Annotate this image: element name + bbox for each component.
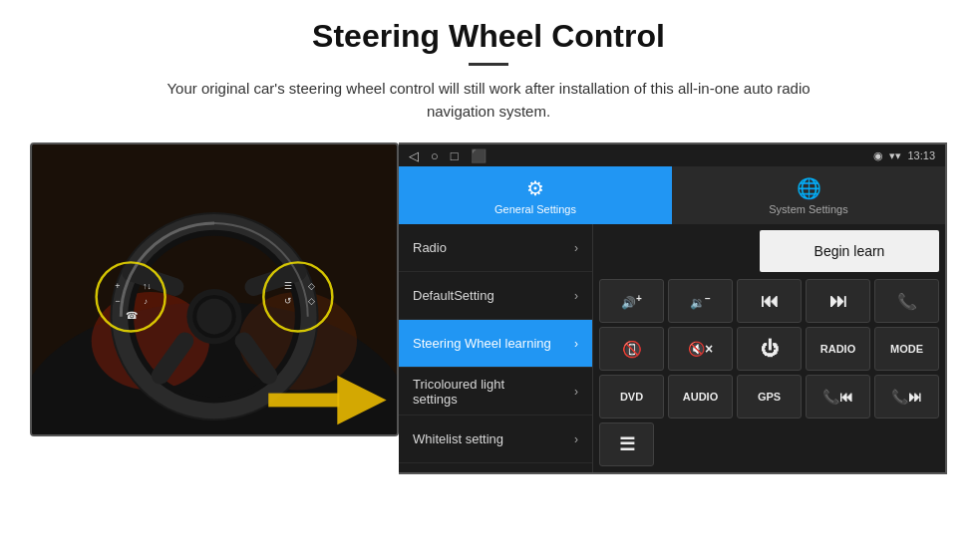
menu-item-radio-label: Radio <box>413 240 447 255</box>
menu-item-default[interactable]: DefaultSetting › <box>399 272 592 320</box>
menu-item-tricoloured[interactable]: Tricoloured lightsettings › <box>399 368 592 416</box>
gear-icon: ⚙ <box>526 176 544 200</box>
header-divider <box>469 63 508 66</box>
svg-rect-26 <box>268 394 339 408</box>
call-button[interactable]: 📞 <box>874 279 939 323</box>
vol-down-icon: 🔉− <box>690 293 711 310</box>
signal-icon: ▾▾ <box>889 149 901 162</box>
hang-up-button[interactable]: 📵 <box>599 327 664 371</box>
content-area: + ↑↓ − ♪ ☎ ☰ ◇ ↺ ◇ ◁ ○ □ ⬛ <box>0 133 977 484</box>
svg-text:☰: ☰ <box>284 281 292 291</box>
svg-point-13 <box>196 299 232 335</box>
prev-track-button[interactable]: ⏮ <box>737 279 802 323</box>
controls-panel: Begin learn 🔊+ 🔉− ⏮ <box>593 224 945 472</box>
menu-item-whitelist-label: Whitelist setting <box>413 431 503 446</box>
vol-down-button[interactable]: 🔉− <box>668 279 733 323</box>
svg-text:◇: ◇ <box>308 281 315 291</box>
controls-row-2: 📵 🔇× ⏻ RADIO MODE <box>599 327 939 371</box>
radio-mode-button[interactable]: RADIO <box>806 327 870 371</box>
status-bar-info: ◉ ▾▾ 13:13 <box>873 149 935 162</box>
begin-learn-button[interactable]: Begin learn <box>760 230 939 272</box>
recents-nav-icon[interactable]: □ <box>451 148 459 163</box>
menu-arrow-radio: › <box>574 241 578 255</box>
menu-item-default-label: DefaultSetting <box>413 288 494 303</box>
controls-row-1: 🔊+ 🔉− ⏮ ⏭ 📞 <box>599 279 939 323</box>
mute-button[interactable]: 🔇× <box>668 327 733 371</box>
gps-label: GPS <box>758 391 781 403</box>
menu-nav-icon[interactable]: ⬛ <box>471 148 487 163</box>
status-bar: ◁ ○ □ ⬛ ◉ ▾▾ 13:13 <box>399 144 945 166</box>
tel-prev-button[interactable]: 📞⏮ <box>806 375 870 419</box>
svg-text:◇: ◇ <box>308 296 315 306</box>
tel-next-icon: 📞⏭ <box>891 389 922 405</box>
hang-up-icon: 📵 <box>622 340 642 359</box>
menu-item-tricoloured-label: Tricoloured lightsettings <box>413 377 504 407</box>
begin-learn-row: Begin learn <box>599 230 939 272</box>
status-bar-nav-icons: ◁ ○ □ ⬛ <box>409 148 487 163</box>
back-nav-icon[interactable]: ◁ <box>409 148 419 163</box>
menu-item-steering-label: Steering Wheel learning <box>413 336 551 351</box>
radio-label: RADIO <box>820 343 855 355</box>
svg-text:♪: ♪ <box>144 297 148 306</box>
menu-item-steering[interactable]: Steering Wheel learning › <box>399 320 592 368</box>
vol-up-button[interactable]: 🔊+ <box>599 279 664 323</box>
menu-arrow-default: › <box>574 289 578 303</box>
nav-tabs: ⚙ General Settings 🌐 System Settings <box>399 166 945 224</box>
gps-button[interactable]: GPS <box>737 375 802 419</box>
next-track-icon: ⏭ <box>829 291 847 312</box>
tel-next-button[interactable]: 📞⏭ <box>874 375 939 419</box>
vol-up-icon: 🔊+ <box>621 293 642 310</box>
page-subtitle: Your original car's steering wheel contr… <box>140 78 837 123</box>
home-nav-icon[interactable]: ○ <box>431 148 439 163</box>
tab-general-label: General Settings <box>494 203 576 215</box>
call-icon: 📞 <box>897 292 917 311</box>
list-icon: ☰ <box>619 433 635 455</box>
dvd-button[interactable]: DVD <box>599 375 664 419</box>
menu-item-whitelist[interactable]: Whitelist setting › <box>399 416 592 463</box>
globe-icon: 🌐 <box>797 176 821 200</box>
tab-general-settings[interactable]: ⚙ General Settings <box>399 166 672 224</box>
tel-prev-icon: 📞⏮ <box>822 389 853 405</box>
list-icon-button[interactable]: ☰ <box>599 422 654 466</box>
tab-system-label: System Settings <box>769 203 847 215</box>
svg-text:+: + <box>115 281 120 291</box>
next-track-button[interactable]: ⏭ <box>806 279 870 323</box>
menu-panel: Radio › DefaultSetting › Steering Wheel … <box>399 224 593 472</box>
menu-arrow-tricoloured: › <box>574 385 578 399</box>
main-body: Radio › DefaultSetting › Steering Wheel … <box>399 224 945 472</box>
head-unit: ◁ ○ □ ⬛ ◉ ▾▾ 13:13 ⚙ General Settings 🌐 … <box>399 142 947 474</box>
audio-button[interactable]: AUDIO <box>668 375 733 419</box>
power-icon: ⏻ <box>761 339 779 360</box>
controls-row-3: DVD AUDIO GPS 📞⏮ 📞⏭ <box>599 375 939 419</box>
page-header: Steering Wheel Control Your original car… <box>0 0 977 133</box>
controls-row-4: ☰ <box>599 422 939 466</box>
svg-text:↑↓: ↑↓ <box>143 281 152 291</box>
power-button[interactable]: ⏻ <box>737 327 802 371</box>
svg-text:−: − <box>115 296 120 306</box>
prev-track-icon: ⏮ <box>761 291 779 312</box>
svg-text:↺: ↺ <box>284 296 292 306</box>
menu-arrow-steering: › <box>574 337 578 351</box>
clock: 13:13 <box>907 149 935 161</box>
controls-grid: 🔊+ 🔉− ⏮ ⏭ 📞 <box>599 279 939 466</box>
mode-label: MODE <box>890 343 923 355</box>
location-icon: ◉ <box>873 149 883 162</box>
menu-arrow-whitelist: › <box>574 432 578 446</box>
menu-item-radio[interactable]: Radio › <box>399 224 592 272</box>
audio-label: AUDIO <box>683 391 718 403</box>
steering-wheel-image: + ↑↓ − ♪ ☎ ☰ ◇ ↺ ◇ <box>30 142 399 436</box>
dvd-label: DVD <box>620 391 643 403</box>
mode-button[interactable]: MODE <box>874 327 939 371</box>
page-title: Steering Wheel Control <box>20 18 957 55</box>
mute-icon: 🔇× <box>688 341 713 357</box>
tab-system-settings[interactable]: 🌐 System Settings <box>672 166 945 224</box>
svg-text:☎: ☎ <box>126 310 138 321</box>
